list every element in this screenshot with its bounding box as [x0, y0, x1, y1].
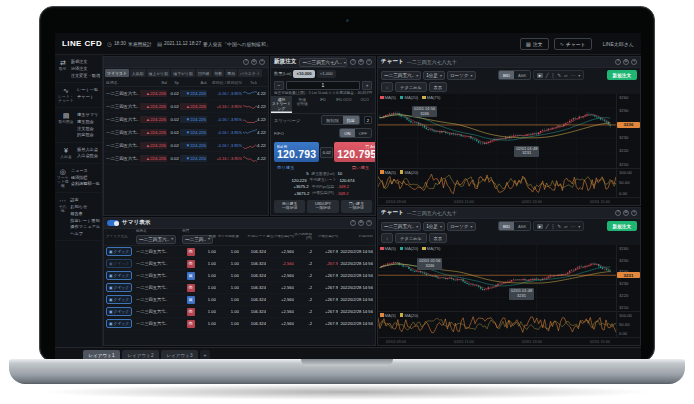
qty-unit-1000-button[interactable]: ×1,000	[317, 70, 336, 78]
ask-option[interactable]: ASK	[514, 71, 530, 79]
quick-order-button[interactable]: ▣クイック	[106, 271, 132, 280]
ask-price-button[interactable]: ▼224.226	[180, 142, 207, 149]
sidebar-item-金利調整額一覧[interactable]: 金利調整額一覧	[71, 181, 100, 186]
sidebar-item-経済指標[interactable]: 経済指標	[71, 175, 100, 180]
dots-tool-icon[interactable]: ┆	[551, 73, 554, 78]
position-row[interactable]: ▣クイック一二三四五六七..売1.001.00106.324+2,560-2+2…	[104, 246, 375, 258]
sell-bid-button[interactable]: Bid 売 120.793	[274, 142, 319, 163]
summary-toggle[interactable]	[107, 220, 119, 226]
slippage-toggle[interactable]: 無制限 指定	[321, 115, 360, 125]
help-icon[interactable]: ?	[615, 59, 621, 65]
slippage-specified-option[interactable]: 指定	[343, 116, 359, 124]
position-row[interactable]: ▣クイック一二三四五六七..売1.001.00106.324+2,560-2+2…	[104, 282, 375, 294]
help-icon[interactable]: ?	[615, 210, 621, 216]
ask-price-button[interactable]: ▼224.226	[180, 129, 207, 136]
more-tools-icon[interactable]: ⋯	[571, 224, 576, 229]
quick-order-button[interactable]: ▣クイック	[106, 295, 132, 304]
ask-price-button[interactable]: ▲224.226	[180, 103, 207, 110]
sidebar-item-約定照会[interactable]: 約定照会	[77, 132, 100, 137]
shapes-tool-icon[interactable]: ▱	[564, 224, 568, 229]
fifo-on-option[interactable]: ON	[340, 129, 354, 137]
scale-tool-icon[interactable]: ↕	[381, 82, 393, 92]
bid-option[interactable]: BID	[499, 222, 514, 230]
sidebar-group-left[interactable]: ▤取引照会	[57, 112, 75, 138]
sidebar-item-設定[interactable]: 設定	[70, 197, 100, 202]
rate-tab-商品[interactable]: 商品	[225, 69, 237, 77]
ask-price-button[interactable]: ▼224.226	[180, 90, 207, 97]
quick-order-button[interactable]: ▣クイック	[106, 319, 132, 328]
qty-unit-10000-button[interactable]: ×10,000	[293, 70, 314, 78]
bid-price-button[interactable]: ▲224.226	[140, 116, 167, 123]
fifo-off-option[interactable]: OFF	[355, 129, 371, 137]
sidebar-item-建玉照会[interactable]: 建玉照会	[77, 119, 100, 124]
chart-body[interactable]: 326032503240323032203210 MA(5)MA(20)MA(7…	[378, 94, 640, 205]
bulk-close-button-買い建玉[interactable]: 買い建玉一括決済	[341, 200, 372, 213]
sidebar-item-ヘルプ[interactable]: ヘルプ	[70, 231, 100, 236]
sidebar-item-建玉サマリ[interactable]: 建玉サマリ	[77, 112, 100, 117]
sidebar-item-チャート[interactable]: チャート	[77, 94, 100, 99]
technical-button[interactable]: テクニカル	[395, 82, 426, 92]
slippage-unlimited-option[interactable]: 無制限	[322, 116, 343, 124]
dots-tool-icon[interactable]: ┆	[551, 224, 554, 229]
bid-price-button[interactable]: ▲224.226	[140, 103, 167, 110]
gear-icon[interactable]: ⚙	[358, 59, 364, 65]
rate-row[interactable]: 一二三四五六七..▲224.2260.02▼224.226+0.16 / -3.…	[104, 152, 268, 165]
buy-ask-button[interactable]: 買 Ask 120.795	[334, 142, 376, 163]
chart-new-order-button[interactable]: 新規注文	[607, 221, 637, 231]
order-type-tab-IFD-OCO[interactable]: IFD-OCO	[333, 96, 354, 113]
order-type-tab-指値[interactable]: 指値逆指値	[292, 96, 313, 113]
sidebar-group-left[interactable]: ⋯その他	[57, 197, 68, 236]
display-button[interactable]: 表示	[429, 82, 447, 92]
display-button[interactable]: 表示	[429, 233, 447, 243]
chart-timeframe-select[interactable]: 1分足▾	[423, 71, 445, 80]
close-icon[interactable]: ×	[259, 59, 265, 65]
help-icon[interactable]: ?	[350, 220, 356, 226]
summary-name-filter[interactable]: 一二三四五六..▾	[136, 235, 176, 244]
chart-symbol-select[interactable]: 一二三四五六..▾	[381, 222, 421, 231]
oscillator-chart[interactable]: 100.0050.000.00 MA(5)MA(20)	[378, 168, 640, 197]
scale-tool-icon[interactable]: ↕	[381, 233, 393, 243]
rate-row[interactable]: 一二三四五六七..▲224.2260.02▼224.226-0.16 / -3.…	[104, 113, 268, 126]
order-type-tab-IFD[interactable]: IFD	[313, 96, 334, 113]
rate-tab-バラエティ[interactable]: バラエティ	[238, 69, 262, 77]
fifo-toggle[interactable]: ON OFF	[339, 128, 372, 138]
bid-price-button[interactable]: ▲224.226	[140, 142, 167, 149]
sidebar-item-ニュース[interactable]: ニュース	[71, 168, 100, 173]
rate-row[interactable]: 一二三四五六七..▲224.2260.02▲224.226+0.16 / -3.…	[104, 100, 268, 113]
chart-symbol-select[interactable]: 一二三四五六..▾	[381, 71, 421, 80]
bid-price-button[interactable]: ▲224.226	[140, 90, 167, 97]
sidebar-item-操作マニュアル[interactable]: 操作マニュアル	[70, 224, 100, 229]
sidebar-item-新規注文[interactable]: 新規注文	[71, 59, 100, 64]
gear-icon[interactable]: ⚙	[623, 210, 629, 216]
qty-decrement-button[interactable]: −	[274, 81, 284, 90]
close-icon[interactable]: ×	[366, 59, 372, 65]
sidebar-group-left[interactable]: ⇄取引	[57, 59, 69, 78]
bulk-close-button-売り建玉[interactable]: 売り建玉一括決済	[274, 200, 305, 213]
bid-option[interactable]: BID	[499, 71, 514, 79]
trendline-tool-icon[interactable]: ╱	[546, 224, 549, 229]
sidebar-item-注文変更・取消[interactable]: 注文変更・取消	[71, 73, 100, 78]
close-icon[interactable]: ×	[366, 220, 372, 226]
sidebar-item-振替入出金[interactable]: 振替入出金	[77, 147, 100, 152]
oscillator-chart[interactable]: 100.0050.000.00 MA(5)MA(20)	[378, 311, 640, 337]
rate-tab-指数[interactable]: 指数	[213, 69, 225, 77]
rate-tab-値上がり順[interactable]: 値上がり順	[147, 69, 171, 77]
sidebar-item-指定レート通知[interactable]: 指定レート通知	[70, 218, 100, 223]
quick-order-button[interactable]: ▣クイック	[106, 283, 132, 292]
sidebar-group-left[interactable]: ¥入出金	[57, 147, 75, 159]
position-row[interactable]: ▣クイック一二三四五六七..買1.001.00106.324+2,560-2+2…	[104, 270, 375, 282]
sidebar-group-left[interactable]: ◎マーケット情報	[57, 168, 69, 189]
quick-order-button[interactable]: ▣クイック	[106, 307, 132, 316]
chart-type-select[interactable]: ローソク▾	[447, 71, 476, 80]
bid-ask-toggle[interactable]: BID ASK	[498, 70, 531, 80]
bid-ask-toggle[interactable]: BID ASK	[498, 221, 531, 231]
help-icon[interactable]: ?	[350, 59, 356, 65]
rate-tab-マイリスト[interactable]: マイリスト	[105, 69, 129, 77]
quantity-input[interactable]: 1	[286, 81, 360, 90]
sidebar-item-決済注文[interactable]: 決済注文	[71, 66, 100, 71]
chart-body[interactable]: 326032503240323032203210 MA(5)MA(20)MA(7…	[378, 245, 640, 345]
order-instrument-select[interactable]: 一二三四五六七八.. ▾	[299, 58, 347, 67]
position-row[interactable]: ▣クイック一二三四五六七..売1.001.00106.324+2,560-2+2…	[104, 306, 375, 318]
sidebar-item-注文照会[interactable]: 注文照会	[77, 126, 100, 131]
draw-tool-icon[interactable]: ✎	[557, 224, 561, 229]
